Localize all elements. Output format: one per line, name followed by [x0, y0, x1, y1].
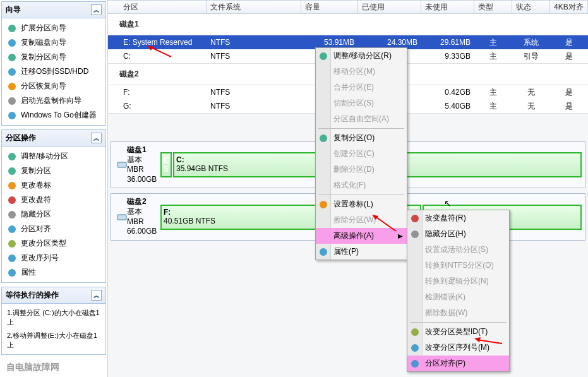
- sidebar-item-label: 更改卷标: [21, 180, 51, 191]
- col-cap[interactable]: 容量: [301, 1, 358, 13]
- col-free[interactable]: 未使用: [421, 1, 474, 13]
- menu-item-label: 切割分区(S): [333, 98, 374, 109]
- menu-item-label: 创建分区(C): [333, 148, 375, 159]
- menu-item[interactable]: 改变分区序列号(M): [407, 340, 509, 356]
- partops-panel-header[interactable]: 分区操作 ︽: [2, 130, 105, 147]
- cell-fs: NTFS: [207, 102, 301, 111]
- cell-partition: F:: [108, 88, 207, 97]
- recover-icon: [7, 81, 17, 92]
- resize-icon: [318, 51, 328, 61]
- cell-status: 无: [512, 87, 550, 98]
- menu-item[interactable]: 改变分区类型ID(T): [407, 324, 509, 340]
- cell-align: 是: [550, 87, 588, 98]
- sidebar-item[interactable]: 更改卷标: [3, 178, 104, 193]
- cell-type: 主: [474, 101, 512, 112]
- menu-item: 创建分区(C): [316, 146, 407, 162]
- col-fs[interactable]: 文件系统: [207, 1, 301, 13]
- sidebar-item[interactable]: 隐藏分区: [3, 207, 104, 222]
- pending-item: 1.调整分区 (C:)的大小在磁盘1上: [3, 306, 104, 329]
- menu-item-label: 调整/移动分区(R): [333, 51, 392, 61]
- sidebar-item[interactable]: 复制分区向导: [3, 50, 104, 64]
- menu-item[interactable]: 隐藏分区(H): [407, 226, 509, 242]
- sidebar-item-label: 更改序列号: [21, 253, 59, 263]
- sidebar-item[interactable]: 更改分区类型: [3, 236, 104, 251]
- chevron-up-icon: ︽: [91, 290, 102, 301]
- sidebar-item-label: 迁移OS到SSD/HDD: [21, 66, 88, 77]
- svg-point-4: [8, 83, 16, 90]
- svg-point-8: [8, 167, 16, 175]
- chevron-up-icon: ︽: [91, 133, 102, 143]
- menu-item[interactable]: 高级操作(A)▶: [316, 228, 407, 244]
- serial-icon: [7, 253, 17, 263]
- menu-item: 擦除数据(W): [407, 305, 509, 321]
- disk-icon: [117, 160, 127, 170]
- sidebar-item[interactable]: 调整/移动分区: [3, 149, 104, 164]
- sidebar-item[interactable]: 启动光盘制作向导: [3, 93, 104, 108]
- cell-free: 29.61MB: [421, 38, 474, 47]
- sidebar-item[interactable]: 迁移OS到SSD/HDD: [3, 64, 104, 79]
- disk2-size: 66.00GB: [127, 227, 157, 237]
- menu-item[interactable]: 分区对齐(P): [407, 356, 509, 371]
- menu-item[interactable]: 改变盘符(R): [407, 210, 509, 226]
- context-submenu: 改变盘符(R)隐藏分区(H)设置成活动分区(S)转换到NTFS分区(O)转换到逻…: [407, 210, 510, 372]
- segment-e[interactable]: E 5: [160, 152, 172, 177]
- sidebar-item[interactable]: 扩展分区向导: [3, 21, 104, 35]
- disk2-type: 基本 MBR: [127, 207, 157, 227]
- menu-item: 删除分区(D): [316, 162, 407, 177]
- sidebar-item[interactable]: 更改序列号: [3, 251, 104, 265]
- menu-item-label: 改变分区类型ID(T): [425, 326, 488, 337]
- pending-item: 2.移动并调整(E:)大小在磁盘1上: [3, 329, 104, 352]
- hide-icon: [410, 229, 420, 239]
- svg-point-20: [320, 201, 327, 208]
- menu-separator: [410, 322, 507, 323]
- letter-icon: [410, 213, 420, 224]
- wizard-title: 向导: [6, 4, 21, 15]
- label-icon: [7, 181, 17, 191]
- disk1-name: 磁盘1: [127, 145, 157, 155]
- menu-item[interactable]: 设置卷标(L): [316, 196, 407, 212]
- menu-item: 转换到NTFS分区(O): [407, 258, 509, 273]
- sidebar-item[interactable]: 分区恢复向导: [3, 79, 104, 93]
- menu-separator: [318, 194, 404, 195]
- col-type[interactable]: 类型: [474, 1, 512, 13]
- cell-align: 是: [550, 101, 588, 112]
- sidebar-item-label: 分区恢复向导: [21, 81, 66, 92]
- cell-align: 是: [550, 37, 588, 48]
- cell-partition: E: System Reserved: [108, 38, 207, 47]
- serial-icon: [410, 343, 420, 353]
- migrate-icon: [7, 67, 17, 77]
- prop-icon: [7, 268, 17, 278]
- sidebar-item[interactable]: 复制磁盘向导: [3, 35, 104, 50]
- svg-point-1: [8, 39, 16, 47]
- sidebar-item[interactable]: 复制分区: [3, 164, 104, 178]
- svg-point-26: [411, 360, 419, 368]
- svg-point-15: [8, 269, 16, 277]
- svg-point-0: [8, 25, 16, 32]
- menu-item[interactable]: 属性(P): [316, 244, 407, 260]
- svg-point-19: [320, 135, 327, 142]
- menu-item-label: 分区对齐(P): [425, 358, 465, 369]
- menu-item-label: 属性(P): [333, 246, 359, 257]
- wizard-panel-header[interactable]: 向导 ︽: [2, 2, 105, 18]
- cell-align: 是: [550, 51, 588, 62]
- sidebar-item[interactable]: Windows To Go创建器: [3, 108, 104, 123]
- menu-item[interactable]: 调整/移动分区(R): [316, 48, 407, 64]
- svg-point-5: [8, 97, 16, 105]
- sidebar-item-label: 复制磁盘向导: [21, 37, 66, 48]
- sidebar-item[interactable]: 更改盘符: [3, 193, 104, 207]
- sidebar-item[interactable]: 属性: [3, 265, 104, 280]
- sidebar-item[interactable]: 分区对齐: [3, 222, 104, 236]
- menu-item[interactable]: 复制分区(O): [316, 130, 407, 146]
- disk1-type: 基本 MBR: [127, 155, 157, 175]
- menu-item: 检测错误(K): [407, 289, 509, 305]
- menu-item-label: 设置成活动分区(S): [425, 244, 488, 255]
- col-align[interactable]: 4KB对齐: [550, 1, 588, 13]
- menu-separator: [318, 128, 404, 129]
- svg-rect-16: [117, 162, 126, 167]
- col-used[interactable]: 已使用: [358, 1, 421, 13]
- sidebar-item-label: 扩展分区向导: [21, 23, 66, 33]
- col-status[interactable]: 状态: [512, 1, 550, 13]
- pending-panel-header[interactable]: 等待执行的操作 ︽: [2, 287, 105, 304]
- col-partition[interactable]: 分区: [108, 1, 207, 13]
- type-icon: [410, 327, 420, 337]
